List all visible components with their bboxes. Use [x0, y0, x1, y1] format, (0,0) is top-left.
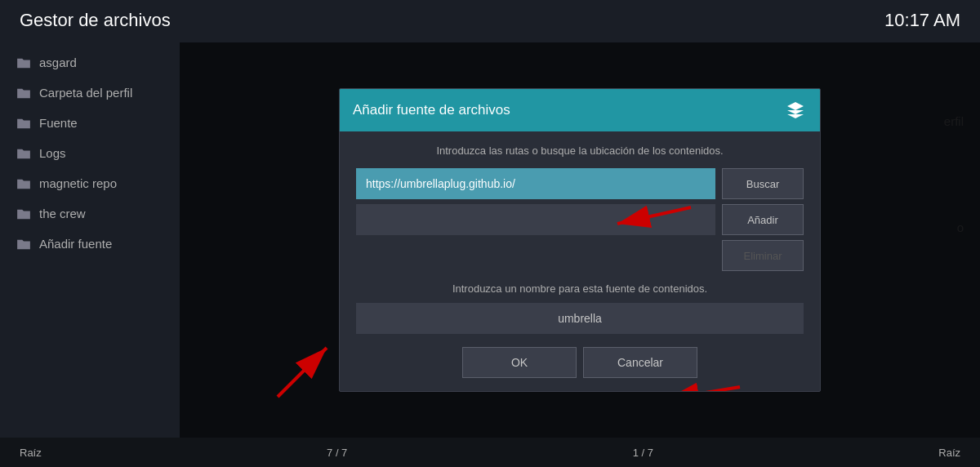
buscar-button[interactable]: Buscar: [722, 168, 804, 199]
dialog-header: Añadir fuente de archivos: [340, 89, 820, 131]
dialog-body: Introduzca las rutas o busque la ubicaci…: [340, 131, 820, 391]
bottom-right-label: Raíz: [938, 447, 960, 459]
sidebar-item-thecrew[interactable]: the crew: [0, 198, 180, 229]
sidebar-item-anadir[interactable]: Añadir fuente: [0, 229, 180, 259]
kodi-logo-icon: [784, 99, 807, 122]
sidebar-item-fuente[interactable]: Fuente: [0, 108, 180, 138]
cancelar-button[interactable]: Cancelar: [583, 347, 697, 378]
folder-icon: [16, 178, 31, 189]
dialog-instruction-2: Introduzca un nombre para esta fuente de…: [356, 282, 804, 295]
top-bar: Gestor de archivos 10:17 AM: [0, 0, 980, 41]
dialog-action-row: OK Cancelar: [356, 347, 804, 378]
sidebar-item-carpeta[interactable]: Carpeta del perfil: [0, 78, 180, 108]
clock: 10:17 AM: [884, 10, 960, 31]
url-input-empty[interactable]: [356, 204, 715, 235]
sidebar-item-label: Fuente: [39, 116, 78, 130]
sidebar-item-label: Logs: [39, 146, 66, 160]
folder-icon: [16, 238, 31, 250]
bottom-left-count: 7 / 7: [327, 447, 347, 459]
eliminar-button[interactable]: Eliminar: [722, 240, 804, 271]
sidebar-item-label: asgard: [39, 56, 77, 69]
folder-icon: [16, 118, 31, 129]
url-input-field[interactable]: [356, 168, 715, 199]
sidebar-item-magnetic[interactable]: magnetic repo: [0, 168, 180, 198]
sidebar-item-label: the crew: [39, 207, 86, 220]
bottom-right-count: 1 / 7: [633, 447, 653, 459]
dialog-title: Añadir fuente de archivos: [353, 102, 510, 118]
ok-button[interactable]: OK: [462, 347, 577, 378]
folder-icon: [16, 57, 31, 69]
folder-icon: [16, 87, 31, 99]
url-row: Buscar Añadir Eliminar: [356, 168, 804, 271]
sidebar-item-label: Añadir fuente: [39, 237, 112, 251]
sidebar-item-asgard[interactable]: asgard: [0, 47, 180, 78]
sidebar-item-label: Carpeta del perfil: [39, 86, 132, 100]
sidebar-item-label: magnetic repo: [39, 176, 117, 190]
dialog-overlay: Añadir fuente de archivos Introduzca las…: [180, 42, 980, 438]
anadir-button[interactable]: Añadir: [722, 204, 804, 235]
bottom-bar: Raíz 7 / 7 1 / 7 Raíz: [0, 438, 980, 467]
url-input-container: [356, 168, 715, 271]
add-source-dialog: Añadir fuente de archivos Introduzca las…: [339, 88, 821, 392]
sidebar-item-logs[interactable]: Logs: [0, 138, 180, 168]
page-title: Gestor de archivos: [20, 10, 171, 31]
sidebar: asgard Carpeta del perfil Fuente Logs ma…: [0, 41, 180, 436]
folder-icon: [16, 148, 31, 159]
name-input-field[interactable]: [356, 303, 804, 334]
folder-icon: [16, 208, 31, 220]
dialog-buttons-col: Buscar Añadir Eliminar: [722, 168, 804, 271]
bottom-left-label: Raíz: [20, 447, 42, 459]
dialog-instruction-1: Introduzca las rutas o busque la ubicaci…: [356, 145, 804, 157]
